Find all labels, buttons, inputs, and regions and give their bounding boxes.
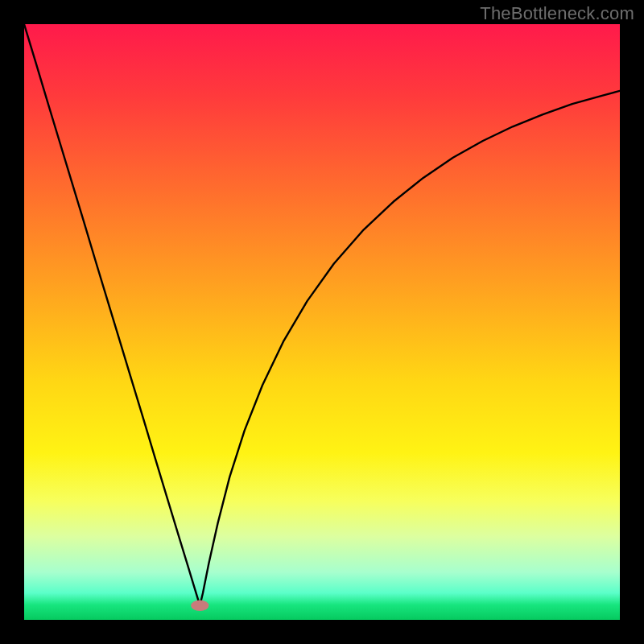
chart-frame: TheBottleneck.com xyxy=(0,0,644,644)
bottleneck-curve-chart xyxy=(24,24,620,620)
minimum-marker xyxy=(191,601,208,611)
watermark-text: TheBottleneck.com xyxy=(480,3,634,24)
plot-area xyxy=(24,24,620,620)
